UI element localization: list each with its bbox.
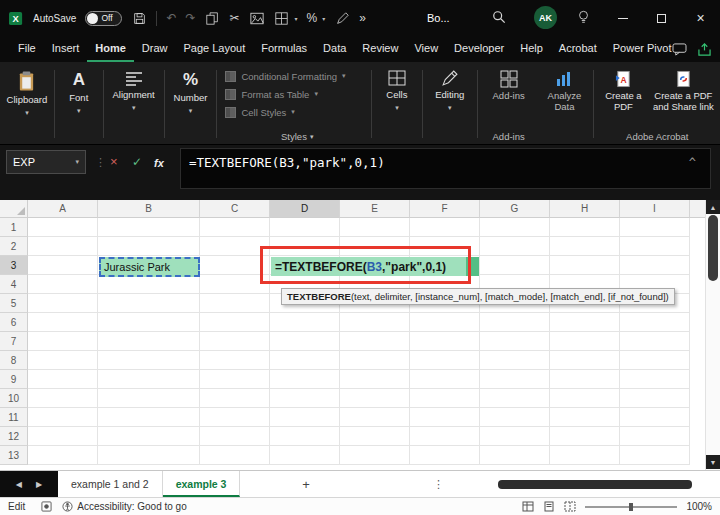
page-layout-view-icon[interactable] [543,501,555,512]
column-header-H[interactable]: H [550,200,620,218]
cell-C1[interactable] [200,218,270,237]
next-sheet-icon[interactable]: ▶ [36,480,42,489]
cell-I11[interactable] [620,408,690,427]
cell-F6[interactable] [410,313,480,332]
ribbon-button-conditional-formatting[interactable]: Conditional Formatting▾ [225,67,369,85]
zoom-slider[interactable] [585,506,677,508]
cell-H1[interactable] [550,218,620,237]
row-header-1[interactable]: 1 [0,218,28,237]
cell-E6[interactable] [340,313,410,332]
cell-C6[interactable] [200,313,270,332]
page-break-view-icon[interactable] [564,501,576,512]
cell-B6[interactable] [98,313,200,332]
cell-I1[interactable] [620,218,690,237]
cell-D12[interactable] [270,427,340,446]
create-pdf-share-button[interactable]: Create a PDF and Share link [650,64,716,113]
copy-icon[interactable] [205,9,221,27]
cell-B13[interactable] [98,446,200,465]
sheet-tab-example-3[interactable]: example 3 [163,471,241,497]
cell-H11[interactable] [550,408,620,427]
undo-icon[interactable]: ↶ [166,12,176,24]
more-commands-icon[interactable]: » [359,12,366,24]
cell-I3[interactable] [620,256,690,275]
cell-C8[interactable] [200,351,270,370]
cell-A5[interactable] [28,294,98,313]
cell-D13[interactable] [270,446,340,465]
cell-I8[interactable] [620,351,690,370]
column-header-B[interactable]: B [98,200,200,218]
collapse-formula-bar-icon[interactable]: ^ [689,156,696,170]
cell-D7[interactable] [270,332,340,351]
cell-A6[interactable] [28,313,98,332]
cell-C9[interactable] [200,370,270,389]
name-box[interactable]: EXP ▾ [6,150,86,174]
cell-I12[interactable] [620,427,690,446]
cell-G2[interactable] [480,237,550,256]
cell-F1[interactable] [410,218,480,237]
cell-I2[interactable] [620,237,690,256]
cell-G12[interactable] [480,427,550,446]
cell-B9[interactable] [98,370,200,389]
row-header-4[interactable]: 4 [0,275,28,294]
picture-icon[interactable] [249,9,265,27]
cell-B4[interactable] [98,275,200,294]
alignment-button[interactable]: Alignment ▾ [106,64,162,112]
cell-B1[interactable] [98,218,200,237]
save-icon[interactable] [131,9,147,27]
cell-A4[interactable] [28,275,98,294]
menu-tab-page-layout[interactable]: Page Layout [175,36,253,62]
cell-H8[interactable] [550,351,620,370]
borders-icon[interactable] [274,9,290,27]
cell-B11[interactable] [98,408,200,427]
horizontal-scroll-thumb[interactable] [498,480,692,489]
cell-H6[interactable] [550,313,620,332]
cell-H7[interactable] [550,332,620,351]
macro-record-icon[interactable] [41,501,52,512]
percent-style-icon[interactable]: % [307,12,318,24]
cell-B2[interactable] [98,237,200,256]
zoom-knob[interactable] [629,503,633,511]
cell-C5[interactable] [200,294,270,313]
normal-view-icon[interactable] [522,501,534,512]
row-header-12[interactable]: 12 [0,427,28,446]
cell-I13[interactable] [620,446,690,465]
cell-A1[interactable] [28,218,98,237]
tab-options-icon[interactable]: ⋮ [433,471,444,497]
cell-D11[interactable] [270,408,340,427]
cell-E13[interactable] [340,446,410,465]
menu-tab-formulas[interactable]: Formulas [253,36,315,62]
cell-C13[interactable] [200,446,270,465]
cell-E9[interactable] [340,370,410,389]
cell-B5[interactable] [98,294,200,313]
ink-pen-icon[interactable] [334,9,350,27]
search-icon[interactable] [492,10,506,24]
maximize-button[interactable] [642,0,681,36]
menu-tab-home[interactable]: Home [87,36,134,62]
row-header-5[interactable]: 5 [0,294,28,313]
avatar[interactable]: AK [534,6,557,29]
create-pdf-button[interactable]: A Create a PDF [596,64,650,113]
cell-G7[interactable] [480,332,550,351]
cancel-icon[interactable]: × [110,155,118,168]
cell-H9[interactable] [550,370,620,389]
cell-B12[interactable] [98,427,200,446]
cell-E8[interactable] [340,351,410,370]
close-button[interactable]: × [681,0,720,36]
minimize-button[interactable] [603,0,642,36]
cell-C11[interactable] [200,408,270,427]
cell-D6[interactable] [270,313,340,332]
row-header-3[interactable]: 3 [0,256,28,275]
cell-A2[interactable] [28,237,98,256]
menu-tab-review[interactable]: Review [354,36,406,62]
cell-C7[interactable] [200,332,270,351]
cell-I6[interactable] [620,313,690,332]
enter-icon[interactable]: ✓ [132,156,142,168]
cell-F8[interactable] [410,351,480,370]
menu-tab-power-pivot[interactable]: Power Pivot [605,36,680,62]
cell-B3-highlighted[interactable]: Jurassic Park [99,257,200,277]
cell-G11[interactable] [480,408,550,427]
cell-G13[interactable] [480,446,550,465]
cell-D10[interactable] [270,389,340,408]
addins-button[interactable]: Add-ins [480,64,538,102]
new-sheet-button[interactable]: + [292,471,320,497]
